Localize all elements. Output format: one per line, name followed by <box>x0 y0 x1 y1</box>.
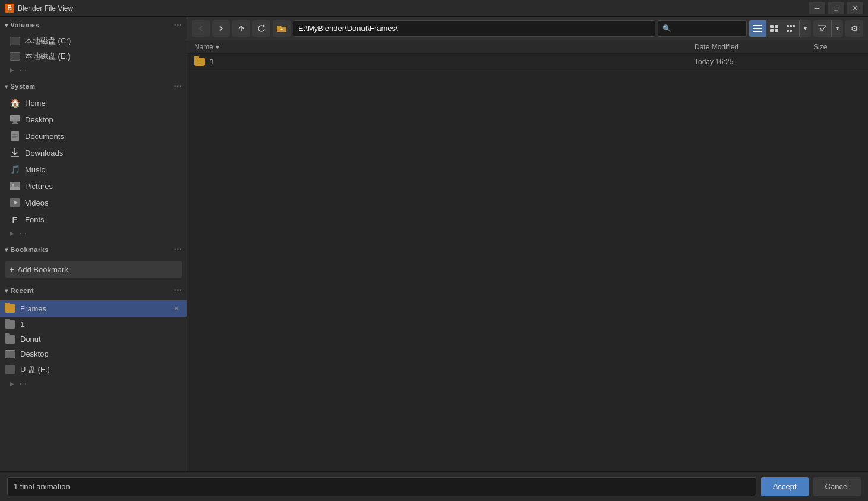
filename-input[interactable] <box>7 477 756 496</box>
search-input[interactable] <box>658 20 747 37</box>
view-btn-medium[interactable] <box>766 20 782 37</box>
folder-icon-usb <box>5 365 15 374</box>
view-dropdown-button[interactable]: ▾ <box>799 20 811 37</box>
fonts-icon: F <box>10 214 20 225</box>
svg-rect-21 <box>787 25 789 27</box>
system-items: 🏠 Home Desktop Documents Downloads <box>0 93 187 241</box>
folder-icon-1 <box>5 320 15 329</box>
sidebar-item-videos-label: Videos <box>25 198 49 207</box>
svg-rect-23 <box>793 25 795 27</box>
table-row[interactable]: 1 Today 16:25 <box>187 54 868 70</box>
accept-button[interactable]: Accept <box>761 477 809 496</box>
recent-item-1[interactable]: 1 <box>0 317 187 332</box>
sidebar-item-documents-label: Documents <box>25 132 64 141</box>
filter-dropdown-button[interactable]: ▾ <box>831 20 843 37</box>
volume-item-e[interactable]: 本地磁盘 (E:) <box>0 49 187 64</box>
recent-item-donut-label: Donut <box>20 335 41 344</box>
new-folder-button[interactable]: + <box>273 20 291 37</box>
volumes-label: Volumes <box>11 21 40 29</box>
main-area: + 🔍 ▾ <box>187 17 868 471</box>
sidebar-item-desktop-label: Desktop <box>25 115 53 124</box>
volumes-expand-row[interactable]: ▶ ⋯ <box>0 64 187 77</box>
back-button[interactable] <box>192 20 210 37</box>
add-bookmark-label: Add Bookmark <box>18 265 68 274</box>
recent-item-donut[interactable]: Donut <box>0 332 187 346</box>
settings-button[interactable]: ⚙ <box>845 20 863 37</box>
file-area: Name ▾ Date Modified Size 1 <box>187 40 868 471</box>
system-menu-icon[interactable]: ⋯ <box>173 81 182 91</box>
minimize-button[interactable]: ─ <box>809 2 825 14</box>
sidebar-item-fonts[interactable]: F Fonts <box>0 211 187 228</box>
forward-button[interactable] <box>212 20 230 37</box>
system-expand-row[interactable]: ▶ ⋯ <box>0 228 187 240</box>
column-header-name[interactable]: Name ▾ <box>194 43 695 51</box>
sort-indicator: ▾ <box>216 43 219 51</box>
main-container: ▾ Volumes ⋯ 本地磁盘 (C:) 本地磁盘 (E:) ▶ ⋯ ▾ Sy… <box>0 17 868 471</box>
bookmarks-section: + Add Bookmark <box>0 257 187 282</box>
add-bookmark-button[interactable]: + Add Bookmark <box>5 261 182 278</box>
recent-menu-icon[interactable]: ⋯ <box>173 286 182 295</box>
file-name-1: 1 <box>210 57 214 66</box>
volumes-section-header[interactable]: ▾ Volumes ⋯ <box>0 17 187 32</box>
desktop-icon <box>10 114 20 125</box>
column-header-size[interactable]: Size <box>813 43 861 51</box>
sidebar-item-home-label: Home <box>25 99 46 108</box>
close-button[interactable]: ✕ <box>847 2 863 14</box>
svg-rect-0 <box>10 115 20 121</box>
documents-icon <box>10 131 20 141</box>
recent-section: Frames ✕ 1 Donut Desktop U 盘 (F:) ▶ ⋯ <box>0 298 187 393</box>
volumes-expand-arrow: ▶ <box>10 67 14 73</box>
sidebar-item-home[interactable]: 🏠 Home <box>0 94 187 111</box>
system-section-header[interactable]: ▾ System ⋯ <box>0 78 187 93</box>
bookmarks-menu-icon[interactable]: ⋯ <box>173 245 182 254</box>
view-btn-list[interactable] <box>749 20 766 37</box>
sidebar-item-desktop[interactable]: Desktop <box>0 111 187 128</box>
svg-rect-25 <box>790 30 792 32</box>
cancel-button[interactable]: Cancel <box>813 477 861 496</box>
column-size-label: Size <box>813 43 827 51</box>
recent-item-usb[interactable]: U 盘 (F:) <box>0 361 187 378</box>
recent-section-header[interactable]: ▾ Recent ⋯ <box>0 282 187 298</box>
up-button[interactable] <box>232 20 250 37</box>
home-icon: 🏠 <box>10 97 20 108</box>
recent-expand-row[interactable]: ▶ ⋯ <box>0 378 187 390</box>
refresh-button[interactable] <box>252 20 270 37</box>
svg-rect-14 <box>753 25 762 26</box>
column-modified-label: Date Modified <box>695 43 738 51</box>
downloads-icon <box>10 147 20 158</box>
system-more-dots: ⋯ <box>19 229 27 238</box>
maximize-button[interactable]: □ <box>828 2 844 14</box>
sidebar-item-pictures[interactable]: Pictures <box>0 178 187 194</box>
recent-item-desktop[interactable]: Desktop <box>0 346 187 361</box>
videos-icon <box>10 197 20 208</box>
recent-item-frames-close[interactable]: ✕ <box>171 303 182 314</box>
svg-text:+: + <box>280 27 283 31</box>
recent-item-frames[interactable]: Frames ✕ <box>0 300 187 317</box>
music-icon: 🎵 <box>10 164 20 175</box>
volume-item-c[interactable]: 本地磁盘 (C:) <box>0 33 187 49</box>
filter-button[interactable] <box>813 20 831 37</box>
toolbar: + 🔍 ▾ <box>187 17 868 40</box>
bookmarks-section-header[interactable]: ▾ Bookmarks ⋯ <box>0 241 187 257</box>
path-input[interactable] <box>293 20 655 37</box>
sidebar-item-videos[interactable]: Videos <box>0 194 187 211</box>
volumes-menu-icon[interactable]: ⋯ <box>173 20 182 30</box>
sidebar-item-documents[interactable]: Documents <box>0 128 187 144</box>
sidebar-item-music-label: Music <box>25 165 45 174</box>
volumes-list: 本地磁盘 (C:) 本地磁盘 (E:) ▶ ⋯ <box>0 32 187 78</box>
sidebar-item-pictures-label: Pictures <box>25 182 53 191</box>
view-btn-group: ▾ <box>749 20 811 37</box>
folder-icon-desktop-recent <box>5 350 15 358</box>
folder-icon-frames <box>5 304 15 313</box>
pictures-icon <box>10 181 20 191</box>
title-bar: B Blender File View ─ □ ✕ <box>0 0 868 17</box>
column-header-modified[interactable]: Date Modified <box>695 43 813 51</box>
column-name-label: Name <box>194 43 213 51</box>
app-icon: B <box>5 4 14 13</box>
recent-expand-arrow: ▶ <box>10 380 14 387</box>
recent-collapse-icon: ▾ <box>5 288 8 294</box>
view-btn-large[interactable] <box>782 20 799 37</box>
sidebar-item-music[interactable]: 🎵 Music <box>0 161 187 178</box>
svg-rect-22 <box>790 25 792 27</box>
sidebar-item-downloads[interactable]: Downloads <box>0 144 187 161</box>
